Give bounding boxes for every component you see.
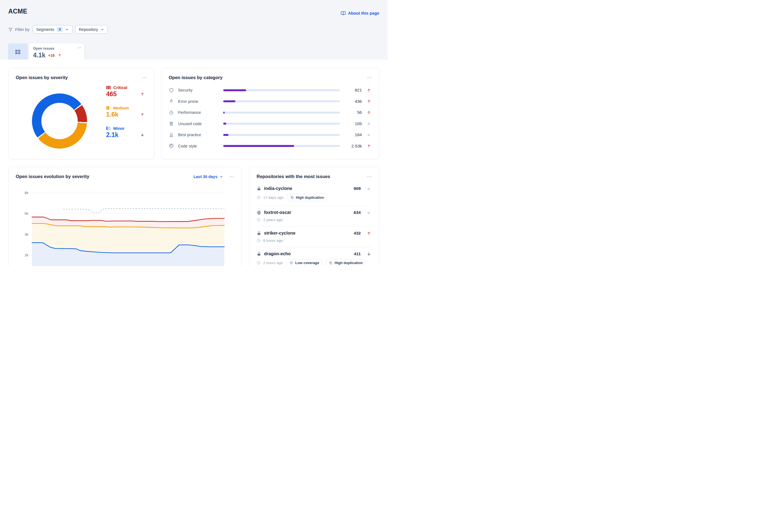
shield-icon bbox=[169, 88, 174, 93]
evolution-card: Open issues evolution by severity Last 3… bbox=[8, 167, 242, 266]
chevron-down-icon bbox=[219, 175, 223, 179]
filter-funnel-icon bbox=[8, 27, 13, 32]
trend-up-icon bbox=[366, 144, 371, 148]
kpi-row: Open issues 4.1k +16 bbox=[8, 43, 84, 60]
severity-card: Open issues by severity Critical465Mediu… bbox=[8, 68, 154, 159]
open-issues-kpi-card[interactable]: Open issues 4.1k +16 bbox=[29, 43, 84, 60]
category-progress-bar bbox=[223, 89, 340, 91]
repository-name[interactable]: foxtrot-oscar bbox=[264, 210, 351, 215]
repository-row-foxtrot-oscar[interactable]: foxtrot-oscar634=2 years ago bbox=[256, 206, 372, 226]
lock-icon bbox=[256, 231, 261, 236]
category-row-performance: Performance56 bbox=[169, 107, 372, 118]
repo-badge-low-coverage: Low coverage bbox=[286, 259, 322, 266]
category-row-error-prone: Error prone436 bbox=[169, 96, 372, 107]
severity-level-icon bbox=[106, 86, 111, 89]
repository-name[interactable]: dragon-echo bbox=[264, 251, 351, 256]
category-row-security: Security821 bbox=[169, 85, 372, 96]
category-value: 184 bbox=[344, 132, 362, 137]
repository-name[interactable]: india-cyclone bbox=[264, 186, 351, 191]
repository-row-striker-cyclone[interactable]: striker-cyclone4326 hours ago bbox=[256, 226, 372, 247]
category-label: Best practice bbox=[178, 133, 219, 137]
clock-icon bbox=[256, 261, 261, 265]
severity-legend-item: Medium1.6k bbox=[106, 106, 145, 118]
severity-legend-item: Critical465 bbox=[106, 85, 145, 98]
segments-filter-dropdown[interactable]: Segments 4 bbox=[33, 25, 73, 34]
trend-up-icon bbox=[366, 88, 371, 93]
more-options-button[interactable] bbox=[367, 75, 372, 80]
copy-icon bbox=[290, 196, 294, 199]
category-label: Error prone bbox=[178, 99, 219, 104]
more-options-button[interactable] bbox=[367, 174, 372, 179]
clock-icon bbox=[256, 195, 261, 199]
trend-flat-icon: = bbox=[367, 210, 370, 215]
about-this-page-link[interactable]: About this page bbox=[341, 10, 379, 16]
severity-label: Critical bbox=[113, 85, 127, 90]
y-axis-tick-label: 3k bbox=[25, 232, 28, 236]
y-axis-tick-label: 2k bbox=[25, 253, 28, 257]
date-range-dropdown[interactable]: Last 30 days bbox=[193, 174, 223, 179]
repository-last-updated: 2 hours ago bbox=[263, 261, 283, 265]
repository-filter-dropdown[interactable]: Repository bbox=[75, 25, 108, 34]
more-options-button[interactable] bbox=[77, 45, 82, 50]
repository-last-updated: 17 days ago bbox=[263, 195, 283, 199]
severity-legend: Critical465Medium1.6kMinor2.1k bbox=[106, 85, 145, 139]
trend-flat-icon: = bbox=[367, 133, 370, 137]
kpi-label: Open issues bbox=[33, 46, 80, 50]
repository-row-dragon-echo[interactable]: dragon-echo4112 hours agoLow coverageHig… bbox=[256, 247, 372, 266]
severity-card-title: Open issues by severity bbox=[16, 75, 68, 80]
category-progress-bar bbox=[223, 123, 340, 125]
category-value: 436 bbox=[344, 99, 362, 104]
category-row-unused-code: Unused code105= bbox=[169, 118, 372, 129]
category-progress-bar bbox=[223, 145, 340, 147]
repo-badge-high-duplication: High duplication bbox=[287, 194, 327, 201]
dashboard-page: { "page": { "title": "ACME", "about_labe… bbox=[0, 0, 388, 266]
category-label: Unused code bbox=[178, 121, 219, 126]
repository-name[interactable]: striker-cyclone bbox=[264, 231, 351, 236]
severity-donut-chart bbox=[32, 93, 87, 148]
repository-issue-count: 909 bbox=[353, 186, 361, 191]
header-band: ACME About this page Filter by Segments … bbox=[0, 0, 388, 60]
filter-by-label: Filter by bbox=[8, 27, 29, 32]
severity-level-icon bbox=[106, 106, 111, 110]
category-rows: Security821Error prone436Performance56Un… bbox=[169, 85, 372, 152]
trend-flat-icon: = bbox=[367, 186, 370, 191]
severity-value: 1.6k bbox=[106, 111, 118, 118]
severity-value: 2.1k bbox=[106, 131, 118, 139]
segments-count-badge: 4 bbox=[57, 27, 63, 32]
chevron-down-icon bbox=[65, 28, 69, 31]
category-card-title: Open issues by category bbox=[169, 75, 222, 80]
repository-issue-count: 432 bbox=[353, 231, 361, 236]
trend-down-icon bbox=[140, 133, 145, 137]
repositories-card-title: Repositories with the most issues bbox=[256, 174, 330, 179]
content-area: Open issues by severity Critical465Mediu… bbox=[0, 60, 388, 266]
repository-last-updated: 2 years ago bbox=[263, 218, 283, 222]
trash-icon bbox=[169, 121, 174, 126]
category-progress-bar bbox=[223, 112, 340, 113]
dashboard-grid-button[interactable] bbox=[8, 43, 28, 60]
category-label: Code style bbox=[178, 144, 219, 148]
more-options-button[interactable] bbox=[142, 75, 147, 80]
trend-flat-icon: = bbox=[367, 121, 370, 126]
lock-icon bbox=[256, 186, 261, 191]
category-value: 56 bbox=[344, 110, 362, 115]
severity-label: Medium bbox=[113, 106, 129, 110]
book-icon bbox=[341, 10, 346, 16]
severity-legend-item: Minor2.1k bbox=[106, 126, 145, 139]
palette-icon bbox=[169, 143, 174, 148]
evolution-chart: 6k5k3k2k bbox=[16, 185, 235, 266]
filter-bar: Filter by Segments 4 Repository bbox=[8, 25, 108, 34]
category-value: 2.53k bbox=[344, 144, 362, 148]
y-axis-tick-label: 5k bbox=[25, 211, 28, 215]
trend-up-icon bbox=[366, 110, 371, 115]
trend-up-icon bbox=[140, 92, 145, 96]
chevron-down-icon bbox=[100, 28, 104, 31]
grid-icon bbox=[14, 48, 21, 60]
category-value: 821 bbox=[344, 88, 362, 93]
category-progress-bar bbox=[223, 100, 340, 102]
page-title: ACME bbox=[8, 8, 27, 15]
category-value: 105 bbox=[344, 121, 362, 126]
repository-row-india-cyclone[interactable]: india-cyclone909=17 days agoHigh duplica… bbox=[256, 182, 372, 206]
more-options-button[interactable] bbox=[229, 174, 234, 179]
series-line-total bbox=[63, 209, 224, 213]
severity-level-icon bbox=[106, 126, 111, 130]
